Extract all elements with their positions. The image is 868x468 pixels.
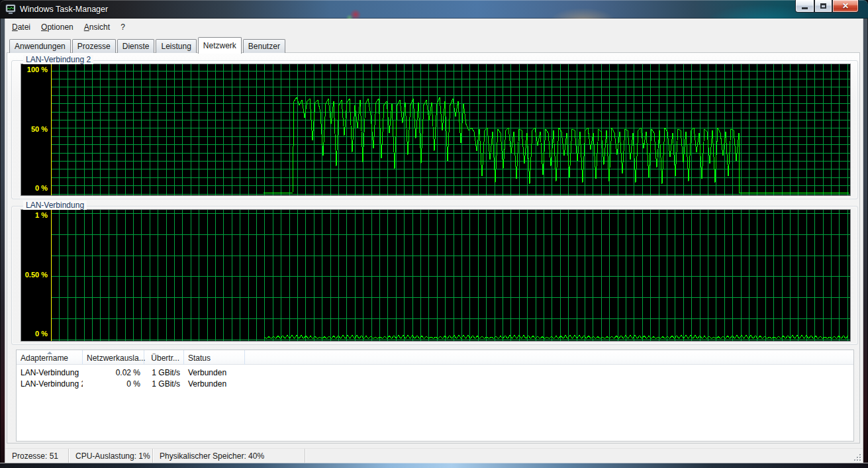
status-prozesse: Prozesse: 51 <box>5 449 69 463</box>
groupbox-label: LAN-Verbindung <box>23 201 87 210</box>
tab-leistung[interactable]: Leistung <box>156 39 196 53</box>
window-border-right[interactable] <box>863 19 868 463</box>
status-filler <box>305 449 863 463</box>
task-manager-window: Windows Task-Manager ✕ Datei Optionen An… <box>0 0 868 468</box>
table-cell: 0 % <box>83 379 144 390</box>
table-cell: LAN-Verbindung <box>17 367 83 379</box>
header-adaptername[interactable]: Adaptername <box>17 350 83 365</box>
menu-optionen[interactable]: Optionen <box>36 21 79 34</box>
status-cpu: CPU-Auslastung: 1% <box>69 449 153 463</box>
scale-0: 0 % <box>21 330 48 338</box>
window-title: Windows Task-Manager <box>20 0 108 19</box>
scale-100: 100 % <box>21 66 48 73</box>
tab-anwendungen[interactable]: Anwendungen <box>9 39 71 53</box>
network-utilization-chart <box>21 210 850 341</box>
header-filler <box>245 350 853 365</box>
table-cell: LAN-Verbindung 2 <box>17 379 83 390</box>
table-cell: 1 GBit/s <box>144 367 184 379</box>
groupbox-lan-verbindung-2: LAN-Verbindung 2 100 % 50 % 0 % <box>11 55 858 199</box>
maximize-button[interactable] <box>814 0 832 13</box>
minimize-button[interactable] <box>795 0 814 13</box>
table-body: LAN-Verbindung0.02 %1 GBit/sVerbundenLAN… <box>17 367 853 390</box>
header-status[interactable]: Status <box>184 350 245 365</box>
menu-hilfe[interactable]: ? <box>115 21 130 34</box>
close-icon: ✕ <box>842 1 849 12</box>
close-button[interactable]: ✕ <box>832 0 859 13</box>
scale-1: 1 % <box>21 211 48 219</box>
resize-grip[interactable] <box>853 453 861 461</box>
table-cell: 0.02 % <box>83 367 144 379</box>
menu-datei[interactable]: Datei <box>7 21 36 34</box>
window-border-bottom[interactable] <box>0 463 868 468</box>
scale-0: 0 % <box>21 184 48 192</box>
network-utilization-chart <box>21 64 850 195</box>
minimize-icon <box>802 7 808 9</box>
tab-netzwerk[interactable]: Netzwerk <box>198 37 242 54</box>
client-area: Datei Optionen Ansicht ? Anwendungen Pro… <box>5 19 863 463</box>
netzwerk-tab-page: LAN-Verbindung 2 100 % 50 % 0 % LAN-Verb… <box>7 52 860 444</box>
scale-050: 0.50 % <box>21 271 48 279</box>
app-icon <box>5 4 16 15</box>
groupbox-label: LAN-Verbindung 2 <box>23 55 93 64</box>
header-netzwerkausla-[interactable]: Netzwerkausla... <box>83 350 144 365</box>
scale-50: 50 % <box>21 125 48 133</box>
table-header-row: AdapternameNetzwerkausla...Übertr...Stat… <box>17 350 853 365</box>
window-border-left[interactable] <box>0 19 5 463</box>
status-speicher: Physikalischer Speicher: 40% <box>153 449 305 463</box>
titlebar[interactable]: Windows Task-Manager ✕ <box>0 0 868 19</box>
window-controls: ✕ <box>795 0 859 13</box>
table-cell: 1 GBit/s <box>144 379 184 390</box>
table-row[interactable]: LAN-Verbindung0.02 %1 GBit/sVerbunden <box>17 367 853 379</box>
adapter-table: AdapternameNetzwerkausla...Übertr...Stat… <box>16 350 854 442</box>
groupbox-lan-verbindung: LAN-Verbindung 1 % 0.50 % 0 % <box>11 201 858 345</box>
tab-dienste[interactable]: Dienste <box>117 39 155 53</box>
statusbar: Prozesse: 51 CPU-Auslastung: 1% Physikal… <box>5 448 863 463</box>
tab-prozesse[interactable]: Prozesse <box>72 39 116 53</box>
maximize-icon <box>820 3 826 9</box>
menubar: Datei Optionen Ansicht ? <box>5 19 863 35</box>
table-cell: Verbunden <box>184 367 245 379</box>
sort-ascending-icon <box>47 351 52 354</box>
table-row[interactable]: LAN-Verbindung 20 %1 GBit/sVerbunden <box>17 379 853 390</box>
tab-benutzer[interactable]: Benutzer <box>243 39 285 53</box>
graph-lan-verbindung-2: 100 % 50 % 0 % <box>21 64 851 196</box>
table-cell: Verbunden <box>184 379 245 390</box>
header--bertr-[interactable]: Übertr... <box>144 350 184 365</box>
graph-lan-verbindung: 1 % 0.50 % 0 % <box>21 209 851 342</box>
menu-ansicht[interactable]: Ansicht <box>79 21 115 34</box>
tabstrip: Anwendungen Prozesse Dienste Leistung Ne… <box>9 36 287 53</box>
